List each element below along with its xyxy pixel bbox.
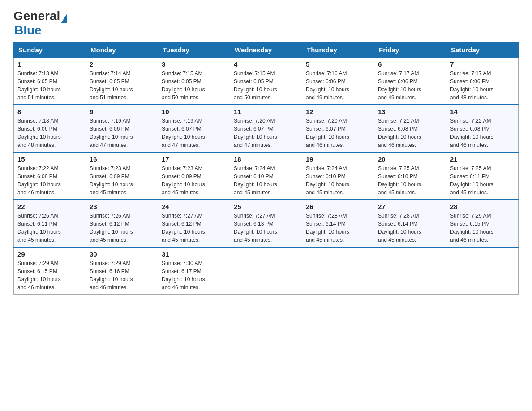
day-number: 25 xyxy=(234,203,298,210)
day-number: 21 xyxy=(450,155,515,163)
calendar-cell: 2Sunrise: 7:14 AMSunset: 6:05 PMDaylight… xyxy=(86,58,158,105)
calendar-week-row: 8Sunrise: 7:18 AMSunset: 6:06 PMDaylight… xyxy=(14,105,519,152)
day-info: Sunrise: 7:28 AMSunset: 6:14 PMDaylight:… xyxy=(306,212,370,244)
calendar-cell: 19Sunrise: 7:24 AMSunset: 6:10 PMDayligh… xyxy=(302,152,374,200)
day-info: Sunrise: 7:29 AMSunset: 6:15 PMDaylight:… xyxy=(17,259,82,291)
calendar-cell: 9Sunrise: 7:19 AMSunset: 6:06 PMDaylight… xyxy=(86,105,158,152)
day-info: Sunrise: 7:20 AMSunset: 6:07 PMDaylight:… xyxy=(306,117,370,149)
calendar-cell: 29Sunrise: 7:29 AMSunset: 6:15 PMDayligh… xyxy=(14,247,86,295)
calendar-week-row: 15Sunrise: 7:22 AMSunset: 6:08 PMDayligh… xyxy=(14,152,519,200)
day-info: Sunrise: 7:24 AMSunset: 6:10 PMDaylight:… xyxy=(234,164,298,197)
day-info: Sunrise: 7:19 AMSunset: 6:06 PMDaylight:… xyxy=(90,117,154,149)
calendar-cell: 14Sunrise: 7:22 AMSunset: 6:08 PMDayligh… xyxy=(446,105,519,152)
day-info: Sunrise: 7:17 AMSunset: 6:06 PMDaylight:… xyxy=(450,69,515,102)
day-number: 29 xyxy=(17,250,82,258)
calendar-cell: 7Sunrise: 7:17 AMSunset: 6:06 PMDaylight… xyxy=(446,58,519,105)
calendar-cell: 8Sunrise: 7:18 AMSunset: 6:06 PMDaylight… xyxy=(14,105,86,152)
day-info: Sunrise: 7:25 AMSunset: 6:10 PMDaylight:… xyxy=(378,164,442,197)
logo: General Blue xyxy=(13,9,67,38)
calendar-cell: 5Sunrise: 7:16 AMSunset: 6:06 PMDaylight… xyxy=(302,58,374,105)
day-info: Sunrise: 7:29 AMSunset: 6:16 PMDaylight:… xyxy=(90,259,154,291)
calendar-cell: 6Sunrise: 7:17 AMSunset: 6:06 PMDaylight… xyxy=(374,58,446,105)
day-info: Sunrise: 7:22 AMSunset: 6:08 PMDaylight:… xyxy=(17,164,82,197)
day-info: Sunrise: 7:15 AMSunset: 6:05 PMDaylight:… xyxy=(234,69,298,102)
day-number: 10 xyxy=(162,108,226,116)
day-number: 28 xyxy=(450,203,515,210)
day-number: 2 xyxy=(90,60,154,68)
calendar-cell xyxy=(446,247,519,295)
calendar-cell: 12Sunrise: 7:20 AMSunset: 6:07 PMDayligh… xyxy=(302,105,374,152)
day-info: Sunrise: 7:26 AMSunset: 6:11 PMDaylight:… xyxy=(17,212,82,244)
calendar-cell: 26Sunrise: 7:28 AMSunset: 6:14 PMDayligh… xyxy=(302,200,374,247)
calendar-header-row: SundayMondayTuesdayWednesdayThursdayFrid… xyxy=(14,43,519,58)
day-number: 24 xyxy=(162,203,226,210)
day-number: 5 xyxy=(306,60,370,68)
day-info: Sunrise: 7:27 AMSunset: 6:13 PMDaylight:… xyxy=(234,212,298,244)
calendar-cell: 17Sunrise: 7:23 AMSunset: 6:09 PMDayligh… xyxy=(158,152,230,200)
day-info: Sunrise: 7:23 AMSunset: 6:09 PMDaylight:… xyxy=(90,164,154,197)
day-info: Sunrise: 7:14 AMSunset: 6:05 PMDaylight:… xyxy=(90,69,154,102)
calendar-cell: 11Sunrise: 7:20 AMSunset: 6:07 PMDayligh… xyxy=(230,105,302,152)
day-info: Sunrise: 7:24 AMSunset: 6:10 PMDaylight:… xyxy=(306,164,370,197)
day-number: 3 xyxy=(162,60,226,68)
day-number: 11 xyxy=(234,108,298,116)
header-saturday: Saturday xyxy=(446,43,519,58)
day-number: 12 xyxy=(306,108,370,116)
day-number: 13 xyxy=(378,108,442,116)
logo-blue-text: Blue xyxy=(14,23,42,38)
calendar-cell: 23Sunrise: 7:26 AMSunset: 6:12 PMDayligh… xyxy=(86,200,158,247)
day-info: Sunrise: 7:25 AMSunset: 6:11 PMDaylight:… xyxy=(450,164,515,197)
day-info: Sunrise: 7:23 AMSunset: 6:09 PMDaylight:… xyxy=(162,164,226,197)
day-info: Sunrise: 7:28 AMSunset: 6:14 PMDaylight:… xyxy=(378,212,442,244)
day-number: 4 xyxy=(234,60,298,68)
calendar-cell xyxy=(230,247,302,295)
day-number: 15 xyxy=(17,155,82,163)
day-info: Sunrise: 7:17 AMSunset: 6:06 PMDaylight:… xyxy=(378,69,442,102)
day-number: 16 xyxy=(90,155,154,163)
calendar-cell: 4Sunrise: 7:15 AMSunset: 6:05 PMDaylight… xyxy=(230,58,302,105)
day-number: 17 xyxy=(162,155,226,163)
day-info: Sunrise: 7:21 AMSunset: 6:08 PMDaylight:… xyxy=(378,117,442,149)
header-wednesday: Wednesday xyxy=(230,43,302,58)
calendar-week-row: 22Sunrise: 7:26 AMSunset: 6:11 PMDayligh… xyxy=(14,200,519,247)
day-number: 7 xyxy=(450,60,515,68)
calendar-cell: 16Sunrise: 7:23 AMSunset: 6:09 PMDayligh… xyxy=(86,152,158,200)
header-thursday: Thursday xyxy=(302,43,374,58)
calendar-week-row: 29Sunrise: 7:29 AMSunset: 6:15 PMDayligh… xyxy=(14,247,519,295)
calendar-week-row: 1Sunrise: 7:13 AMSunset: 6:05 PMDaylight… xyxy=(14,58,519,105)
header-monday: Monday xyxy=(86,43,158,58)
day-number: 23 xyxy=(90,203,154,210)
day-info: Sunrise: 7:19 AMSunset: 6:07 PMDaylight:… xyxy=(162,117,226,149)
page-header: General Blue xyxy=(13,9,519,38)
day-number: 6 xyxy=(378,60,442,68)
day-number: 1 xyxy=(17,60,82,68)
calendar-cell: 22Sunrise: 7:26 AMSunset: 6:11 PMDayligh… xyxy=(14,200,86,247)
logo-general-text: General xyxy=(13,9,60,23)
day-number: 27 xyxy=(378,203,442,210)
day-number: 18 xyxy=(234,155,298,163)
calendar-cell: 27Sunrise: 7:28 AMSunset: 6:14 PMDayligh… xyxy=(374,200,446,247)
day-number: 8 xyxy=(17,108,82,116)
day-number: 20 xyxy=(378,155,442,163)
calendar-cell: 24Sunrise: 7:27 AMSunset: 6:12 PMDayligh… xyxy=(158,200,230,247)
day-number: 22 xyxy=(17,203,82,210)
header-tuesday: Tuesday xyxy=(158,43,230,58)
calendar-cell: 3Sunrise: 7:15 AMSunset: 6:05 PMDaylight… xyxy=(158,58,230,105)
calendar-cell: 25Sunrise: 7:27 AMSunset: 6:13 PMDayligh… xyxy=(230,200,302,247)
calendar-cell: 21Sunrise: 7:25 AMSunset: 6:11 PMDayligh… xyxy=(446,152,519,200)
calendar-table: SundayMondayTuesdayWednesdayThursdayFrid… xyxy=(13,42,519,295)
day-info: Sunrise: 7:22 AMSunset: 6:08 PMDaylight:… xyxy=(450,117,515,149)
day-number: 30 xyxy=(90,250,154,258)
day-number: 26 xyxy=(306,203,370,210)
day-number: 31 xyxy=(162,250,226,258)
day-number: 9 xyxy=(90,108,154,116)
calendar-cell: 10Sunrise: 7:19 AMSunset: 6:07 PMDayligh… xyxy=(158,105,230,152)
day-info: Sunrise: 7:13 AMSunset: 6:05 PMDaylight:… xyxy=(17,69,82,102)
logo-triangle-icon xyxy=(61,13,67,23)
day-info: Sunrise: 7:27 AMSunset: 6:12 PMDaylight:… xyxy=(162,212,226,244)
day-info: Sunrise: 7:20 AMSunset: 6:07 PMDaylight:… xyxy=(234,117,298,149)
day-info: Sunrise: 7:18 AMSunset: 6:06 PMDaylight:… xyxy=(17,117,82,149)
calendar-cell: 31Sunrise: 7:30 AMSunset: 6:17 PMDayligh… xyxy=(158,247,230,295)
calendar-cell: 18Sunrise: 7:24 AMSunset: 6:10 PMDayligh… xyxy=(230,152,302,200)
day-info: Sunrise: 7:30 AMSunset: 6:17 PMDaylight:… xyxy=(162,259,226,291)
